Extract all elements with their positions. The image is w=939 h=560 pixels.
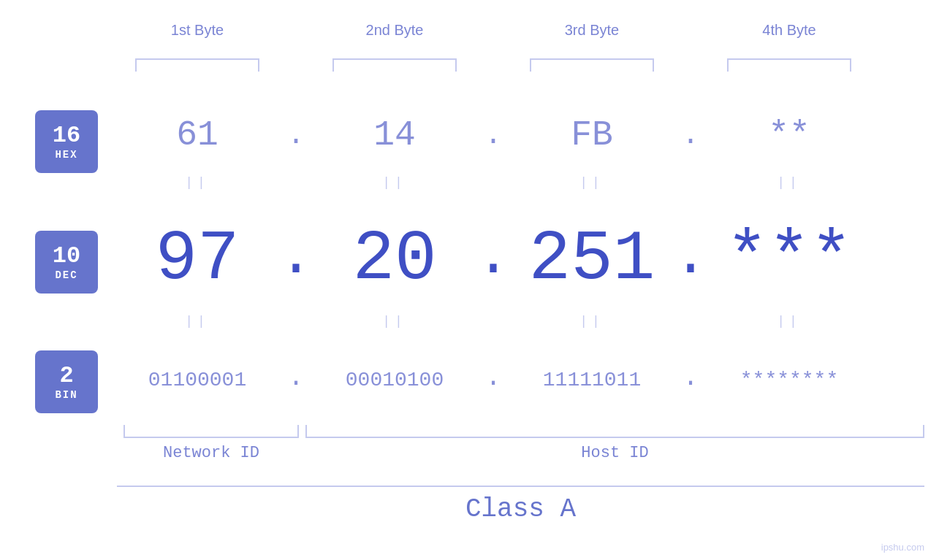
bin-val-3: 11111011 (512, 350, 672, 409)
network-bracket-line (123, 425, 299, 438)
equals-row-1: || || || || (117, 175, 924, 190)
network-id-label: Network ID (163, 444, 259, 462)
top-bracket-4 (709, 58, 870, 72)
top-bracket-3 (512, 58, 672, 72)
byte-header-2: 2nd Byte (314, 22, 475, 39)
bottom-bracket-row: Network ID Host ID (117, 425, 924, 462)
host-bracket-wrap: Host ID (305, 425, 924, 462)
bin-val-4: ******** (709, 350, 870, 409)
bin-dot-1: . (278, 350, 314, 409)
hex-val-2: 14 (314, 106, 475, 164)
dec-val-4: *** (709, 212, 870, 307)
eq1-3: || (512, 175, 672, 190)
class-section: Class A (117, 486, 924, 524)
network-bracket-wrap: Network ID (117, 425, 305, 462)
byte-header-row: 1st Byte 2nd Byte 3rd Byte 4th Byte (117, 22, 924, 39)
dec-row: 97 . 20 . 251 . *** (117, 212, 924, 307)
bin-val-1: 01100001 (117, 350, 278, 409)
byte-header-3: 3rd Byte (512, 22, 672, 39)
hex-dot-1: . (278, 119, 314, 152)
equals-row-2: || || || || (117, 314, 924, 329)
hex-badge: 16 HEX (35, 110, 98, 173)
top-bracket-1 (117, 58, 278, 72)
host-id-label: Host ID (581, 444, 648, 462)
eq2-3: || (512, 314, 672, 329)
hex-row: 61 . 14 . FB . ** (117, 106, 924, 164)
hex-dot-3: . (672, 119, 709, 152)
dec-val-1: 97 (117, 212, 278, 307)
bin-badge-num: 2 (59, 363, 73, 388)
byte-header-4: 4th Byte (709, 22, 870, 39)
hex-dot-2: . (475, 119, 512, 152)
hex-val-4: ** (709, 106, 870, 164)
hex-val-3: FB (512, 106, 672, 164)
top-brackets (117, 58, 924, 72)
dec-val-2: 20 (314, 212, 475, 307)
hex-badge-num: 16 (53, 123, 80, 148)
dec-dot-3: . (672, 212, 709, 307)
eq1-1: || (117, 175, 278, 190)
byte-header-1: 1st Byte (117, 22, 278, 39)
bin-badge-label: BIN (55, 389, 77, 401)
eq1-2: || (314, 175, 475, 190)
top-bracket-2 (314, 58, 475, 72)
eq2-1: || (117, 314, 278, 329)
bin-badge: 2 BIN (35, 350, 98, 413)
dec-val-3: 251 (512, 212, 672, 307)
dec-badge-num: 10 (53, 243, 80, 269)
host-bracket-line (305, 425, 924, 438)
class-label: Class A (465, 494, 576, 524)
dec-badge-label: DEC (55, 269, 77, 281)
hex-badge-label: HEX (55, 149, 77, 161)
bin-dot-3: . (672, 350, 709, 409)
class-divider (117, 486, 924, 487)
eq1-4: || (709, 175, 870, 190)
dec-badge: 10 DEC (35, 231, 98, 294)
hex-val-1: 61 (117, 106, 278, 164)
bin-dot-2: . (475, 350, 512, 409)
bin-val-2: 00010100 (314, 350, 475, 409)
eq2-4: || (709, 314, 870, 329)
bin-row: 01100001 . 00010100 . 11111011 . *******… (117, 350, 924, 409)
dec-dot-1: . (278, 212, 314, 307)
watermark: ipshu.com (881, 542, 924, 553)
eq2-2: || (314, 314, 475, 329)
dec-dot-2: . (475, 212, 512, 307)
